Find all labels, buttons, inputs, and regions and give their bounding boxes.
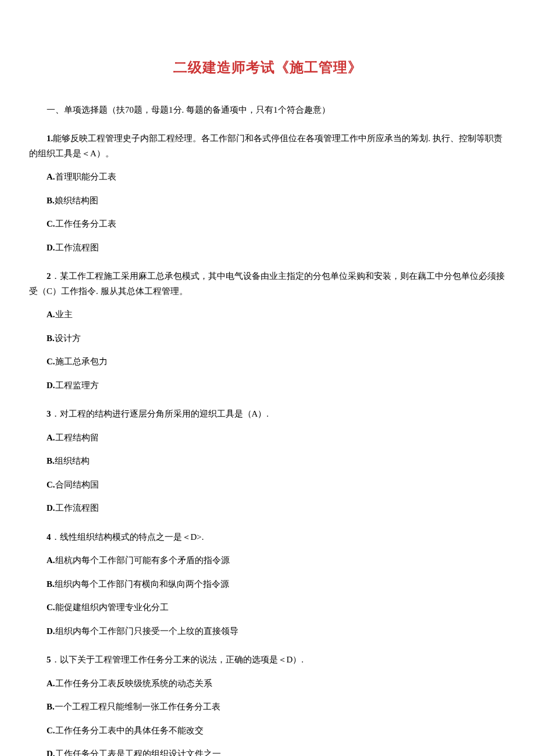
option-text: 合同结构国 <box>55 480 99 489</box>
question-stem: 4．线性组织结构模式的特点之一是＜D>. <box>29 530 506 545</box>
question-stem: 1.能够反映工程管理史子内部工程经理。各工作部门和各式停伹位在各项管理工作中所应… <box>29 131 506 161</box>
question-number: 3 <box>47 409 51 418</box>
question-option: A.组杭内每个工作部门可能有多个矛盾的指令源 <box>29 553 506 568</box>
option-label: B. <box>47 702 55 711</box>
option-label: B. <box>47 579 55 589</box>
option-text: 工作任务分工表反映级统系统的动态关系 <box>55 679 212 688</box>
option-text: 工作任务分工表是工程的组织设计文件之一 <box>55 749 221 756</box>
question-option: D.工作任务分工表是工程的组织设计文件之一 <box>29 747 506 756</box>
option-label: B. <box>47 456 55 465</box>
option-label: A. <box>47 433 55 442</box>
question-block: 1.能够反映工程管理史子内部工程经理。各工作部门和各式停伹位在各项管理工作中所应… <box>29 131 506 255</box>
question-block: 5．以下关于工程管理工作任务分工来的说法，正确的选项是＜D）.A.工作任务分工表… <box>29 653 506 756</box>
option-label: A. <box>47 172 55 181</box>
option-label: D. <box>47 381 55 390</box>
question-option: B.组织结构 <box>29 454 506 469</box>
option-label: B. <box>47 196 55 205</box>
question-option: A.工程结构留 <box>29 431 506 446</box>
question-option: D.工作流程图 <box>29 241 506 256</box>
question-option: C.工作任务分工表中的具体任务不能改交 <box>29 723 506 739</box>
option-label: C. <box>47 603 55 612</box>
question-block: 4．线性组织结构模式的特点之一是＜D>.A.组杭内每个工作部门可能有多个矛盾的指… <box>29 530 506 639</box>
option-label: C. <box>47 726 55 735</box>
question-option: D.工程监理方 <box>29 378 506 393</box>
section-header: 一、单项选择题（扶70题，母题1分. 每题的备通项中，只有1个符合趣意） <box>29 103 506 118</box>
question-stem-text: ．某工作工程施工采用麻工总承包模式，其中电气设备由业主指定的分包单位采购和安装，… <box>29 271 505 296</box>
option-label: B. <box>47 334 55 343</box>
option-text: 业主 <box>55 310 73 319</box>
option-text: 组杭内每个工作部门可能有多个矛盾的指令源 <box>55 556 230 565</box>
question-stem-text: ．对工程的结构进行逐层分角所采用的迎织工具是（A）. <box>51 409 269 418</box>
option-text: 首理职能分工表 <box>55 172 116 181</box>
option-label: A. <box>47 556 55 565</box>
page-title: 二级建造师考试《施工管理》 <box>29 56 506 80</box>
option-text: 工程结构留 <box>55 433 99 442</box>
option-text: 工程监理方 <box>55 381 99 390</box>
option-label: D. <box>47 626 55 636</box>
question-option: C.合同结构国 <box>29 478 506 493</box>
question-stem-text: ．以下关于工程管理工作任务分工来的说法，正确的选项是＜D）. <box>51 655 304 664</box>
question-stem: 5．以下关于工程管理工作任务分工来的说法，正确的选项是＜D）. <box>29 653 506 668</box>
question-number: 4 <box>47 532 51 542</box>
option-text: 工作流程图 <box>55 243 99 252</box>
option-label: D. <box>47 243 55 252</box>
option-label: C. <box>47 480 55 489</box>
option-text: 工作任务分工表中的具体任务不能改交 <box>55 726 204 735</box>
question-number: 2 <box>47 271 51 281</box>
question-option: B.设计方 <box>29 331 506 346</box>
question-option: B.组织内每个工作部门有横向和纵向两个指令源 <box>29 577 506 592</box>
question-option: C.施工总承包力 <box>29 354 506 370</box>
option-label: D. <box>47 749 55 756</box>
option-text: 组织内每个工作部门有横向和纵向两个指令源 <box>55 579 229 589</box>
option-text: 工作流程图 <box>55 503 99 513</box>
option-text: 施工总承包力 <box>55 357 108 366</box>
question-stem-text: 能够反映工程管理史子内部工程经理。各工作部门和各式停伹位在各项管理工作中所应承当… <box>29 134 502 158</box>
question-option: D.工作流程图 <box>29 501 506 516</box>
option-label: D. <box>47 503 55 513</box>
option-text: 娘织结构图 <box>55 196 98 205</box>
option-text: 组织内每个工作部门只接受一个上纹的直接领导 <box>55 626 238 636</box>
questions-container: 1.能够反映工程管理史子内部工程经理。各工作部门和各式停伹位在各项管理工作中所应… <box>29 131 506 756</box>
question-option: C.能促建组织内管理专业化分工 <box>29 600 506 615</box>
option-text: 能促建组织内管理专业化分工 <box>55 603 169 612</box>
option-text: 组织结构 <box>55 456 90 465</box>
question-option: A.业主 <box>29 307 506 323</box>
question-option: C.工作任务分工表 <box>29 217 506 232</box>
question-option: A.首理职能分工表 <box>29 170 506 185</box>
question-option: B.一个工程工程只能维制一张工作任务分工表 <box>29 700 506 715</box>
option-text: 设计方 <box>55 334 81 343</box>
question-stem: 2．某工作工程施工采用麻工总承包模式，其中电气设备由业主指定的分包单位采购和安装… <box>29 269 506 299</box>
option-text: 一个工程工程只能维制一张工作任务分工表 <box>55 702 220 711</box>
option-label: A. <box>47 310 55 319</box>
option-label: C. <box>47 357 55 366</box>
question-stem: 3．对工程的结构进行逐层分角所采用的迎织工具是（A）. <box>29 407 506 422</box>
question-option: A.工作任务分工表反映级统系统的动态关系 <box>29 676 506 691</box>
question-option: D.组织内每个工作部门只接受一个上纹的直接领导 <box>29 624 506 639</box>
question-option: B.娘织结构图 <box>29 194 506 209</box>
option-text: 工作任务分工表 <box>55 219 116 228</box>
question-block: 3．对工程的结构进行逐层分角所采用的迎织工具是（A）.A.工程结构留B.组织结构… <box>29 407 506 516</box>
question-number: 5 <box>47 655 51 664</box>
option-label: C. <box>47 219 55 228</box>
option-label: A. <box>47 679 55 688</box>
question-number: 1. <box>47 134 53 143</box>
question-stem-text: ．线性组织结构模式的特点之一是＜D>. <box>51 532 204 542</box>
question-block: 2．某工作工程施工采用麻工总承包模式，其中电气设备由业主指定的分包单位采购和安装… <box>29 269 506 393</box>
